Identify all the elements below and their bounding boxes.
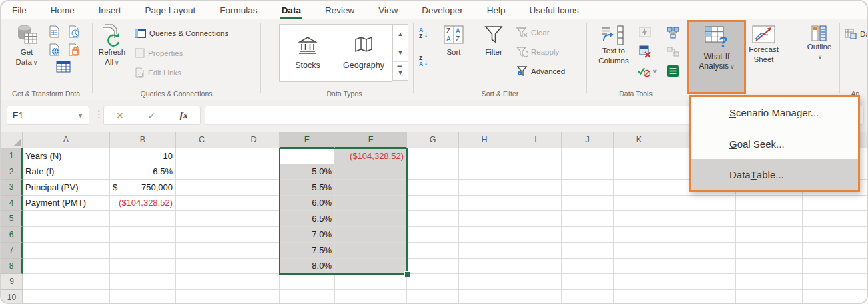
cell-A10[interactable] (23, 290, 110, 304)
col-header-F[interactable]: F (335, 132, 407, 148)
cell-C6[interactable] (176, 227, 228, 243)
cell-F9[interactable] (335, 274, 407, 290)
tab-review[interactable]: Review (325, 5, 354, 15)
cell-M6[interactable] (736, 227, 803, 243)
cell-E5[interactable]: 6.5% (280, 211, 335, 227)
row-header-4[interactable]: 4 (1, 196, 23, 212)
sort-button[interactable]: ZAAZ Sort (438, 25, 470, 57)
cell-B9[interactable] (110, 274, 176, 290)
cell-J4[interactable] (562, 196, 614, 212)
col-header-K[interactable]: K (614, 132, 665, 148)
col-header-E[interactable]: E (280, 132, 335, 148)
tab-help[interactable]: Help (487, 5, 506, 15)
queries-connections-button[interactable]: Queries & Connections (135, 29, 228, 38)
cell-A1[interactable]: Years (N) (23, 148, 110, 164)
cancel-icon[interactable]: ✕ (116, 110, 124, 121)
cell-H10[interactable] (459, 290, 510, 304)
cell-C7[interactable] (176, 243, 228, 259)
cell-A4[interactable]: Payment (PMT) (23, 196, 110, 212)
from-table-range-icon[interactable] (56, 61, 71, 74)
get-data-button[interactable]: Get Data∨ (7, 23, 47, 68)
cell-K2[interactable] (614, 164, 665, 180)
cell-J3[interactable] (562, 180, 614, 196)
cell-I8[interactable] (510, 259, 562, 275)
cell-A7[interactable] (23, 243, 110, 259)
cell-G8[interactable] (407, 259, 459, 275)
cell-F10[interactable] (335, 290, 407, 304)
cell-I9[interactable] (510, 274, 562, 290)
data-validation-button[interactable]: ∨ (637, 65, 657, 78)
tab-insert[interactable]: Insert (99, 5, 121, 15)
cell-G6[interactable] (407, 227, 459, 243)
cell-B2[interactable]: 6.5% (110, 164, 176, 180)
cell-C5[interactable] (176, 211, 228, 227)
cell-D8[interactable] (228, 259, 280, 275)
recent-sources-icon[interactable] (67, 25, 80, 38)
cell-H6[interactable] (459, 227, 510, 243)
menu-item-goal-seek[interactable]: Goal Seek... (691, 128, 858, 160)
cell-I4[interactable] (510, 196, 562, 212)
cell-C2[interactable] (176, 164, 228, 180)
gallery-more-icon[interactable]: ▔▼ (393, 62, 408, 80)
tab-home[interactable]: Home (51, 5, 75, 15)
enter-icon[interactable]: ✓ (148, 110, 156, 121)
sort-za-button[interactable]: ZA↓ (419, 55, 428, 67)
col-header-B[interactable]: B (110, 132, 176, 148)
stocks-button[interactable]: Stocks (280, 25, 336, 81)
gallery-up-icon[interactable]: ▲ (393, 25, 408, 43)
cell-C9[interactable] (176, 274, 228, 290)
cell-K6[interactable] (614, 227, 665, 243)
cell-A2[interactable]: Rate (I) (23, 164, 110, 180)
row-header-7[interactable]: 7 (1, 243, 23, 259)
cell-B7[interactable] (110, 243, 176, 259)
cell-K3[interactable] (614, 180, 665, 196)
cell-D6[interactable] (228, 227, 280, 243)
data-model-icon[interactable] (667, 65, 679, 78)
cell-L5[interactable] (665, 211, 736, 227)
cell-H1[interactable] (459, 148, 510, 164)
tab-developer[interactable]: Developer (422, 5, 463, 15)
text-to-columns-button[interactable]: Text to Columns (591, 25, 636, 66)
cell-B6[interactable] (110, 227, 176, 243)
cell-D1[interactable] (228, 148, 280, 164)
cell-H4[interactable] (459, 196, 510, 212)
cell-K7[interactable] (614, 243, 665, 259)
remove-duplicates-icon[interactable] (639, 45, 652, 58)
cell-E2[interactable]: 5.0% (280, 164, 335, 180)
tab-data[interactable]: Data (282, 5, 301, 15)
cell-G4[interactable] (407, 196, 459, 212)
cell-E9[interactable] (280, 274, 335, 290)
cell-E4[interactable]: 6.0% (280, 196, 335, 212)
cell-M5[interactable] (736, 211, 803, 227)
cell-J1[interactable] (562, 148, 614, 164)
cell-N9[interactable] (803, 274, 868, 290)
cell-M9[interactable] (736, 274, 803, 290)
cell-M10[interactable] (736, 290, 803, 304)
cell-D3[interactable] (228, 180, 280, 196)
cell-B4[interactable]: ($104,328.52) (110, 196, 176, 212)
cell-F1[interactable]: ($104,328.52) (335, 148, 407, 164)
cell-F6[interactable] (335, 227, 407, 243)
from-web-icon[interactable] (48, 43, 61, 56)
tab-page-layout[interactable]: Page Layout (145, 5, 196, 15)
cell-G9[interactable] (407, 274, 459, 290)
cell-N8[interactable] (803, 259, 868, 275)
fill-handle[interactable] (404, 271, 410, 277)
col-header-J[interactable]: J (562, 132, 614, 148)
existing-connections-icon[interactable] (67, 43, 80, 56)
cell-E8[interactable]: 8.0% (280, 259, 335, 275)
cell-K5[interactable] (614, 211, 665, 227)
cell-G7[interactable] (407, 243, 459, 259)
cell-F7[interactable] (335, 243, 407, 259)
cell-D2[interactable] (228, 164, 280, 180)
what-if-analysis-button[interactable]: ? What-If Analysis∨ (687, 20, 746, 94)
cell-I6[interactable] (510, 227, 562, 243)
select-all-corner[interactable] (1, 132, 23, 148)
cell-I10[interactable] (510, 290, 562, 304)
cell-J7[interactable] (562, 243, 614, 259)
cell-F5[interactable] (335, 211, 407, 227)
cell-L4[interactable] (665, 196, 736, 212)
data-analysis-button[interactable]: Dat (845, 29, 868, 39)
cell-H7[interactable] (459, 243, 510, 259)
cell-A9[interactable] (23, 274, 110, 290)
